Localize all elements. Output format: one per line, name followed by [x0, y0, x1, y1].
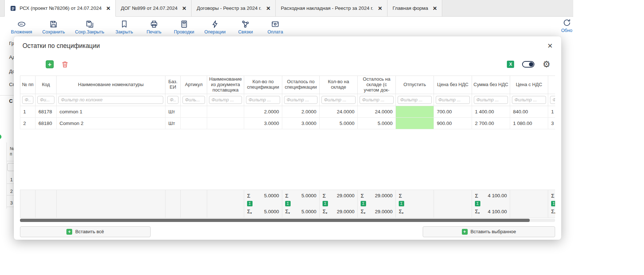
totals-cell [434, 190, 472, 218]
horizontal-scrollbar[interactable] [20, 219, 555, 222]
background-green-button[interactable] [0, 134, 1, 139]
stock-by-specification-modal: Остатки по спецификации × + X ⚙ № ппКодН… [14, 36, 561, 240]
settings-toggle[interactable] [522, 61, 534, 68]
background-table-border [7, 142, 7, 209]
column-header: Сумма без НДС [472, 76, 510, 94]
totals-sum-line: Σ4 100.00 [475, 192, 507, 200]
filter-input[interactable] [167, 96, 179, 104]
totals-filtered-value: 4 100.00 [488, 209, 507, 214]
cell [207, 106, 244, 117]
sigma-icon: Σ [247, 193, 250, 199]
modal-toolbar: + X ⚙ [14, 55, 561, 73]
sigma-badge-icon: Σ [475, 201, 480, 206]
totals-sum-line: Σ29.0000 [361, 192, 393, 200]
cell: 2 [20, 117, 36, 129]
modal-header: Остатки по спецификации × [14, 36, 561, 55]
plus-icon: + [48, 61, 52, 68]
filter-cell [165, 94, 181, 106]
filter-input[interactable] [22, 96, 33, 104]
totals-cell [165, 190, 181, 218]
excel-icon: X [509, 62, 512, 67]
cell: 2.0000 [244, 106, 282, 117]
filter-input[interactable] [58, 96, 163, 104]
sigma-icon: Σ [323, 193, 326, 199]
column-header: Кол-во по спецификации [244, 76, 282, 94]
filter-input[interactable] [398, 96, 432, 104]
filter-cell [358, 94, 396, 106]
column-header: Осталось по спецификации [282, 76, 320, 94]
sigma-filtered-icon: Σ▾ [285, 209, 290, 215]
column-header: Цена с НДС [510, 76, 548, 94]
filter-input[interactable] [512, 96, 546, 104]
sigma-icon: Σ [551, 193, 554, 199]
filter-input[interactable] [360, 96, 394, 104]
table-row[interactable]: 268180Common 2Шт3.00003.00005.00005.0000… [20, 117, 555, 129]
sigma-badge-icon: Σ [285, 201, 291, 206]
cell [207, 117, 244, 129]
column-header: Сум [548, 76, 555, 94]
cell [181, 106, 207, 117]
background-row-number: 1 [10, 177, 13, 182]
background-section-label: С [9, 98, 13, 104]
filter-input[interactable] [37, 96, 54, 104]
totals-cell [510, 190, 548, 218]
totals-filtered-line: Σ▾ [551, 208, 555, 216]
insert-selected-button[interactable]: + Вставить выбранное [423, 226, 555, 237]
column-header: Осталось на складе (с учетом док- [358, 76, 396, 94]
cell: 5.0000 [320, 117, 358, 129]
filter-cell [20, 94, 36, 106]
modal-close-icon[interactable]: × [547, 41, 553, 50]
totals-cell: Σ29.0000ΣΣ▾29.0000 [358, 190, 396, 218]
sigma-badge-icon: Σ [323, 201, 328, 206]
totals-page-line: Σ [551, 200, 555, 208]
totals-page-line: Σ [323, 200, 354, 208]
sigma-filtered-icon: Σ▾ [475, 209, 480, 215]
totals-cell: Σ5.0000ΣΣ▾5.0000 [282, 190, 320, 218]
sigma-filtered-icon: Σ▾ [247, 209, 252, 215]
cell [396, 117, 434, 129]
totals-filtered-line: Σ▾29.0000 [323, 208, 354, 216]
scrollbar-thumb[interactable] [20, 219, 530, 222]
totals-sum-line: Σ [551, 192, 555, 200]
totals-filtered-value: 5.0000 [264, 209, 279, 214]
modal-toolbar-right: X ⚙ [507, 60, 550, 69]
background-divider [0, 95, 14, 96]
cell: 1 [20, 106, 36, 117]
sigma-badge-icon: Σ [361, 201, 366, 206]
sigma-icon: Σ [475, 193, 478, 199]
add-row-button[interactable]: + [46, 60, 54, 68]
filter-cell [207, 94, 244, 106]
column-header: Кол-во на складе [320, 76, 358, 94]
filter-input[interactable] [209, 96, 242, 104]
filter-input[interactable] [284, 96, 317, 104]
modal-footer: + Вставить всё + Вставить выбранное [20, 226, 555, 237]
totals-filtered-value: 29.0000 [337, 209, 354, 214]
cell: 3.0000 [244, 117, 282, 129]
totals-sum-line: Σ29.0000 [323, 192, 354, 200]
filter-input[interactable] [182, 96, 205, 104]
sigma-badge-icon: Σ [247, 201, 253, 206]
spacer-cell [20, 129, 555, 190]
cell: common 1 [57, 106, 165, 117]
table-spacer [20, 129, 555, 190]
background-table-line [7, 161, 14, 161]
export-excel-button[interactable]: X [507, 61, 514, 68]
sigma-icon: Σ [285, 193, 288, 199]
totals-filtered-line: Σ▾ [399, 208, 431, 216]
filter-input[interactable] [436, 96, 470, 104]
filter-cell [548, 94, 555, 106]
cell: Шт [165, 106, 181, 117]
filter-input[interactable] [550, 96, 555, 104]
insert-all-button[interactable]: + Вставить всё [20, 226, 151, 237]
modal-title: Остатки по спецификации [22, 42, 100, 50]
spec-table: № ппКодНаименование номенклатурыБаз. ЕИА… [20, 76, 555, 218]
filter-input[interactable] [321, 96, 356, 104]
filter-input[interactable] [246, 96, 280, 104]
filter-cell [396, 94, 434, 106]
filter-cell [434, 94, 472, 106]
gear-icon[interactable]: ⚙ [542, 60, 550, 69]
totals-filtered-line: Σ▾29.0000 [361, 208, 393, 216]
delete-row-button[interactable] [61, 60, 69, 68]
table-row[interactable]: 168178common 1Шт2.00002.000024.000024.00… [20, 106, 555, 117]
filter-input[interactable] [474, 96, 508, 104]
